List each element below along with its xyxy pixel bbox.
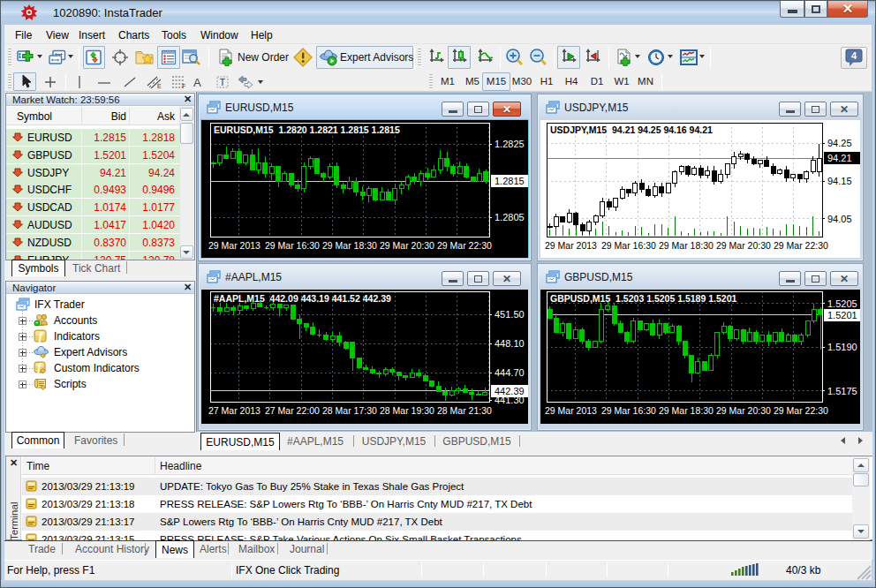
svg-text:E: E: [157, 83, 162, 89]
svg-text:28 Mar 21:30: 28 Mar 21:30: [437, 405, 492, 416]
svg-text:29 Mar 22:30: 29 Mar 22:30: [774, 405, 828, 416]
svg-text:29 Mar 18:30: 29 Mar 18:30: [659, 240, 714, 251]
svg-text:#AAPL,M15 442.09 443.19 441.5: #AAPL,M15 442.09 443.19 441.52 442.39: [214, 293, 391, 304]
svg-text:29 Mar 22:30: 29 Mar 22:30: [437, 240, 492, 251]
svg-text:94.25: 94.25: [827, 138, 852, 148]
svg-text:1.5190: 1.5190: [827, 342, 857, 352]
svg-text:29 Mar 16:30: 29 Mar 16:30: [601, 405, 656, 416]
svg-text:94.15: 94.15: [827, 176, 852, 186]
svg-text:USDJPY,M15 94.21 94.25 94.16: USDJPY,M15 94.21 94.25 94.16 94.21: [550, 124, 713, 135]
svg-text:GBPUSD,M15 1.5203 1.5205 1.51: GBPUSD,M15 1.5203 1.5205 1.5189 1.5201: [550, 293, 736, 304]
svg-text:29 Mar 2013: 29 Mar 2013: [545, 405, 597, 416]
svg-text:442.39: 442.39: [495, 386, 525, 396]
svg-text:29 Mar 22:30: 29 Mar 22:30: [774, 240, 828, 251]
svg-text:29 Mar 18:30: 29 Mar 18:30: [322, 240, 377, 251]
svg-text:28 Mar 19:30: 28 Mar 19:30: [380, 405, 434, 416]
svg-text:T: T: [220, 77, 226, 87]
svg-text:29 Mar 2013: 29 Mar 2013: [208, 240, 261, 251]
svg-text:448.10: 448.10: [495, 338, 525, 349]
svg-text:29 Mar 20:30: 29 Mar 20:30: [716, 405, 771, 416]
svg-text:29 Mar 18:30: 29 Mar 18:30: [659, 405, 714, 416]
svg-text:1.2815: 1.2815: [495, 176, 525, 186]
svg-text:1.5201: 1.5201: [827, 310, 857, 320]
svg-text:1.5205: 1.5205: [827, 298, 857, 309]
svg-text:29 Mar 16:30: 29 Mar 16:30: [265, 240, 320, 251]
svg-text:27 Mar 2013: 27 Mar 2013: [208, 405, 261, 416]
svg-text:444.70: 444.70: [495, 367, 525, 378]
svg-text:F: F: [182, 83, 185, 89]
svg-text:94.05: 94.05: [827, 214, 852, 224]
svg-text:1.2805: 1.2805: [495, 212, 525, 222]
svg-text:27 Mar 22:00: 27 Mar 22:00: [265, 405, 320, 416]
svg-text:451.50: 451.50: [495, 309, 525, 320]
svg-text:94.21: 94.21: [827, 153, 852, 163]
svg-text:29 Mar 16:30: 29 Mar 16:30: [601, 240, 656, 251]
svg-text:1.5175: 1.5175: [827, 386, 857, 396]
svg-text:1.2825: 1.2825: [495, 139, 525, 149]
svg-text:4: 4: [851, 50, 857, 61]
svg-text:Terminal: Terminal: [9, 502, 19, 540]
svg-text:EURUSD,M15 1.2820 1.2821 1.28: EURUSD,M15 1.2820 1.2821 1.2815 1.2815: [214, 124, 400, 135]
svg-text:29 Mar 2013: 29 Mar 2013: [545, 240, 597, 251]
svg-text:28 Mar 17:30: 28 Mar 17:30: [322, 405, 377, 416]
svg-text:29 Mar 20:30: 29 Mar 20:30: [380, 240, 434, 251]
svg-text:29 Mar 20:30: 29 Mar 20:30: [716, 240, 771, 251]
